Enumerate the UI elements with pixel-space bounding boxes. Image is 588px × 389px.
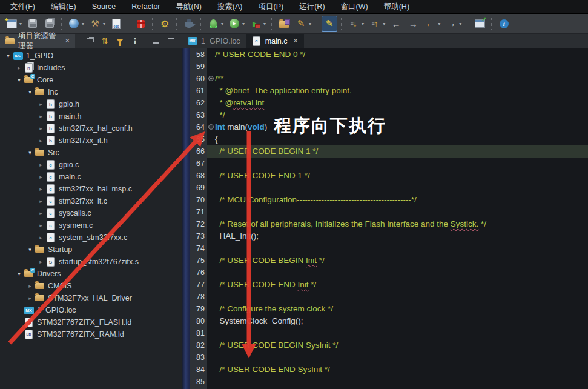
device-config-icon[interactable]	[133, 16, 148, 32]
menu-item[interactable]: 帮助(H)	[376, 2, 417, 12]
line-number[interactable]: 72	[190, 218, 207, 230]
tree-item-cmsis[interactable]: ▸CMSIS	[0, 280, 182, 292]
code-text[interactable]	[215, 327, 588, 339]
code-text[interactable]: /* USER CODE END 0 */	[215, 48, 588, 61]
code-text[interactable]: HAL_Init();	[215, 230, 588, 242]
menu-item[interactable]: 搜索(A)	[210, 2, 251, 12]
tree-item-system-stm32f7xx-c[interactable]: ▸csystem_stm32f7xx.c	[0, 231, 182, 244]
tree-item-includes[interactable]: ▸hIncludes	[0, 62, 182, 74]
line-number[interactable]: 77	[190, 279, 207, 291]
line-number[interactable]: 85	[190, 376, 207, 388]
menu-item[interactable]: 窗口(W)	[333, 2, 376, 12]
code-text[interactable]	[215, 267, 588, 279]
chevron-down-icon[interactable]: ▾	[25, 150, 35, 156]
line-number[interactable]: 75	[190, 254, 207, 267]
fold-column[interactable]: −	[207, 121, 215, 133]
code-text[interactable]: {	[215, 133, 588, 145]
highlighter-icon[interactable]: ✎	[322, 16, 337, 32]
chevron-right-icon[interactable]: ▸	[36, 198, 45, 204]
menu-item[interactable]: Refactor	[124, 2, 168, 11]
tree-item-startup[interactable]: ▾Startup	[0, 244, 182, 256]
tree-item-sysmem-c[interactable]: ▸csysmem.c	[0, 219, 182, 231]
line-number[interactable]: 66	[190, 145, 207, 158]
line-number[interactable]: 84	[190, 364, 207, 376]
tree-item-startup-stm32f767zitx-s[interactable]: ▸Sstartup_stm32f767zitx.s	[0, 256, 182, 268]
fold-marker-icon[interactable]: −	[208, 76, 214, 81]
code-text[interactable]: * @brief The application entry point.	[215, 85, 588, 97]
open-perspective-icon[interactable]	[472, 16, 487, 32]
tree-item-drivers[interactable]: ▾Drivers	[0, 268, 182, 280]
tree-item-stm32f7xx-it-c[interactable]: ▸cstm32f7xx_it.c	[0, 195, 182, 207]
tree-item-main-h[interactable]: ▸hmain.h	[0, 110, 182, 122]
chevron-right-icon[interactable]: ▸	[36, 210, 45, 216]
tree-item-main-c[interactable]: ▸cmain.c	[0, 171, 182, 183]
minimize-icon[interactable]	[151, 36, 160, 46]
line-number[interactable]: 74	[190, 242, 207, 254]
back-arrow-icon[interactable]: ←▾	[422, 16, 442, 32]
chevron-down-icon[interactable]: ▾	[15, 77, 24, 83]
menu-item[interactable]: Source	[84, 2, 124, 11]
line-number[interactable]: 71	[190, 206, 207, 218]
left-ruler[interactable]	[182, 48, 190, 389]
chevron-right-icon[interactable]: ▸	[36, 138, 45, 144]
menu-item[interactable]: 导航(N)	[168, 2, 210, 12]
tree-item-src[interactable]: ▾Src	[0, 147, 182, 159]
code-text[interactable]: /* Reset of all peripherals, Initializes…	[215, 218, 588, 230]
code-text[interactable]	[215, 158, 588, 170]
tab-project-explorer[interactable]: 项目资源管理器 ✕	[0, 34, 75, 48]
line-number[interactable]: 61	[190, 85, 207, 97]
back-history-icon[interactable]: ←	[388, 16, 404, 32]
tree-item-stm32f7xx-it-h[interactable]: ▸hstm32f7xx_it.h	[0, 135, 182, 147]
run-icon[interactable]: ▾	[226, 16, 246, 32]
menu-item[interactable]: 编辑(E)	[43, 2, 84, 12]
line-number[interactable]: 60	[190, 73, 207, 85]
code-text[interactable]: /**	[215, 73, 588, 85]
code-text[interactable]: */	[215, 109, 588, 121]
code-text[interactable]	[215, 351, 588, 364]
new-wizard-icon[interactable]: ▾	[4, 16, 24, 32]
chevron-down-icon[interactable]: ▾	[25, 247, 35, 253]
code-text[interactable]: /* USER CODE BEGIN Init */	[215, 254, 588, 267]
filter-icon[interactable]	[115, 36, 125, 46]
save-all-icon[interactable]	[42, 16, 58, 32]
line-number[interactable]: 65	[190, 133, 207, 145]
tree-item-gpio-h[interactable]: ▸hgpio.h	[0, 98, 182, 110]
code-text[interactable]: /* USER CODE END 1 */	[215, 170, 588, 182]
teapot-icon[interactable]	[181, 16, 197, 32]
fold-column[interactable]: −	[207, 73, 215, 85]
build-sphere-icon[interactable]: ▾	[66, 16, 86, 32]
fold-marker-icon[interactable]: −	[208, 124, 214, 130]
menu-item[interactable]: 项目(P)	[251, 2, 292, 12]
close-icon[interactable]: ✕	[65, 37, 70, 45]
line-number[interactable]: 64	[190, 121, 207, 133]
chevron-right-icon[interactable]: ▸	[15, 65, 24, 71]
menu-item[interactable]: 运行(R)	[291, 2, 332, 12]
line-number[interactable]: 67	[190, 158, 207, 170]
forward-arrow-icon[interactable]: →▾	[443, 16, 463, 32]
line-number[interactable]: 68	[190, 170, 207, 182]
tree-item-syscalls-c[interactable]: ▸csyscalls.c	[0, 207, 182, 219]
tree-item-stm32f7xx-hal-conf-h[interactable]: ▸hstm32f7xx_hal_conf.h	[0, 122, 182, 135]
code-text[interactable]	[215, 242, 588, 254]
chevron-right-icon[interactable]: ▸	[36, 222, 45, 228]
line-number[interactable]: 80	[190, 315, 207, 327]
view-menu-icon[interactable]: ⋮	[130, 36, 140, 46]
menu-item[interactable]: 文件(F)	[2, 2, 43, 12]
chevron-right-icon[interactable]: ▸	[36, 259, 45, 265]
chevron-down-icon[interactable]: ▾	[4, 53, 13, 59]
tree-item-stm32f7xx-hal-msp-c[interactable]: ▸cstm32f7xx_hal_msp.c	[0, 183, 182, 195]
editor-tab-1-gpio-ioc[interactable]: MX1_GPIO.ioc	[182, 34, 246, 48]
tree-item-stm32f7xx-hal-driver[interactable]: ▸STM32F7xx_HAL_Driver	[0, 292, 182, 304]
open-folder-icon[interactable]	[276, 16, 292, 32]
close-icon[interactable]: ✕	[292, 37, 298, 45]
tree-item-1-gpio-ioc[interactable]: MX1_GPIO.ioc	[0, 304, 182, 316]
chevron-right-icon[interactable]: ▸	[36, 101, 45, 107]
line-number[interactable]: 81	[190, 327, 207, 339]
line-number[interactable]: 70	[190, 194, 207, 206]
chevron-right-icon[interactable]: ▸	[25, 283, 35, 289]
chevron-right-icon[interactable]: ▸	[36, 125, 45, 131]
line-number[interactable]: 82	[190, 339, 207, 351]
build-hammer-icon[interactable]: ⚒▾	[87, 16, 107, 32]
chevron-right-icon[interactable]: ▸	[36, 174, 45, 180]
line-number[interactable]: 78	[190, 291, 207, 303]
